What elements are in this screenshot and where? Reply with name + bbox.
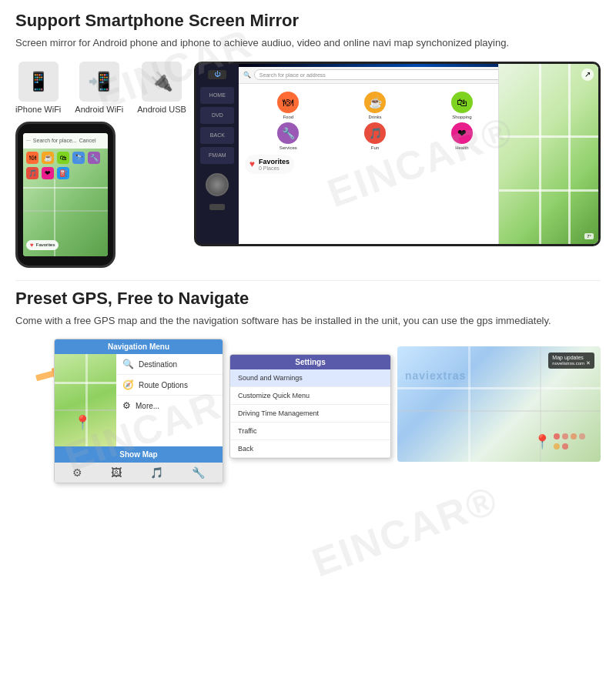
car-sidebar: ⏻ HOME DVD BACK FM/AM [196, 64, 239, 244]
iphone-wifi-item: 📱 iPhone WiFi [15, 62, 61, 114]
car-services-label: Services [280, 145, 297, 150]
more-icon: ⚙ [122, 400, 131, 411]
android-usb-item: 🔌 Android USB [137, 62, 186, 114]
car-map-road-h1 [499, 135, 598, 138]
car-map-road-v2 [568, 64, 571, 244]
nav-more-item[interactable]: ⚙ More... [116, 396, 223, 416]
car-shopping-label: Shopping [452, 115, 471, 119]
phone-fav-heart-icon: ♥ [30, 242, 34, 249]
android-wifi-label: Android WiFi [75, 105, 123, 114]
nav-map-thumb: 📍 [55, 354, 116, 446]
phone-fun-icon: 🎵 [26, 167, 38, 179]
car-fun-label: Fun [371, 145, 379, 150]
nav-map-pin-icon: 📍 [74, 414, 91, 431]
settings-item-driving[interactable]: Driving Time Management [230, 405, 390, 423]
car-fav-title: Favorites [259, 158, 290, 165]
phone-cancel: Cancel [79, 138, 96, 143]
car-favorites: ♥ Favorites 0 Places [245, 155, 294, 174]
phone-shop-icon: 🛍 [57, 152, 69, 164]
more-label: More... [136, 402, 159, 410]
nav-map-road3 [85, 354, 88, 446]
svg-rect-1 [35, 371, 53, 381]
nav-destination-item[interactable]: 🔍 Destination [116, 354, 223, 375]
destination-label: Destination [139, 360, 177, 369]
section1-desc: Screen mirror for Android phone and ipho… [15, 35, 601, 51]
big-map-road-h1 [397, 387, 601, 389]
phone-trans-icon: ⛽ [57, 167, 69, 179]
car-power-button[interactable]: ⏻ [208, 70, 226, 79]
map-dot-1 [554, 433, 560, 439]
mirror-icons-group: 📱 iPhone WiFi 📲 Android WiFi 🔌 Android U… [15, 62, 186, 114]
nav-bottom-power-icon[interactable]: ⚙ [72, 466, 82, 479]
naviextras-logo: naviextras [405, 369, 466, 382]
map-dots-grid [554, 433, 585, 450]
car-back-btn[interactable]: BACK [200, 127, 234, 144]
car-main-area: 🍽 Food ☕ Drinks 🛍 Shopping [239, 84, 598, 244]
map-update-badge: Map updatesnovelistros.com ✕ [548, 353, 594, 369]
settings-item-quickmenu[interactable]: Customize Quick Menu [230, 387, 390, 405]
nav-bottom-music-icon[interactable]: 🎵 [150, 466, 163, 479]
map-dot-3 [571, 433, 577, 439]
car-volume-knob[interactable] [206, 173, 229, 196]
power-icon: ⏻ [214, 71, 220, 78]
car-fmam-btn[interactable]: FM/AM [200, 147, 234, 164]
car-drinks-icon: ☕ [364, 92, 386, 113]
car-dvd-btn[interactable]: DVD [200, 107, 234, 124]
car-fav-subtitle: 0 Places [259, 165, 290, 171]
phone-screen: ··· Search for place... Cancel 🍽 ☕ 🛍 🔭 🔧… [23, 133, 108, 256]
android-usb-icon-box: 🔌 [142, 62, 182, 102]
iphone-wifi-label: iPhone WiFi [15, 105, 61, 114]
phone-health-icon: ❤ [42, 167, 54, 179]
phone-drinks-icon: ☕ [42, 152, 54, 164]
car-health-icon: ❤ [451, 122, 473, 144]
car-compass-icon: ↗ [581, 68, 594, 81]
settings-item-sound[interactable]: Sound and Warnings [230, 369, 390, 387]
phone-icons-row: 🍽 ☕ 🛍 🔭 🔧 🎵 ❤ ⛽ [25, 150, 106, 181]
section2-title: Preset GPS, Free to Navigate [15, 289, 601, 309]
car-services-icon: 🔧 [277, 122, 299, 144]
car-map-road-h2 [499, 189, 598, 192]
phone-food-icon: 🍽 [26, 152, 38, 164]
phone-dots-icon: ··· [26, 138, 31, 143]
map-dot-5 [554, 443, 560, 449]
car-app-drinks: ☕ Drinks [333, 92, 417, 119]
car-health-label: Health [455, 145, 468, 150]
car-app-shopping: 🛍 Shopping [420, 92, 504, 119]
map-dot-cluster: 📍 [534, 433, 585, 450]
iphone-wifi-icon: 📱 [27, 71, 50, 92]
car-food-label: Food [283, 115, 293, 119]
car-app-health: ❤ Health [420, 122, 504, 150]
map-update-url: novelistros.com [552, 361, 584, 366]
nav-screenshots: Navigation Menu 📍 🔍 Destination [15, 339, 601, 483]
nav-route-item[interactable]: 🧭 Route Options [116, 375, 223, 396]
car-shopping-icon: 🛍 [451, 92, 473, 113]
nav-menu-content: 📍 🔍 Destination 🧭 Route Options ⚙ [55, 354, 223, 446]
settings-title: Settings [230, 355, 390, 369]
show-map-button[interactable]: Show Map [55, 446, 223, 463]
mirror-row: 📱 iPhone WiFi 📲 Android WiFi 🔌 Android U… [15, 62, 601, 268]
phone-serv-icon: 🔧 [88, 152, 100, 164]
nav-bottom-tools-icon[interactable]: 🔧 [192, 466, 205, 479]
android-usb-label: Android USB [137, 105, 186, 114]
car-home-btn[interactable]: HOME [200, 87, 234, 104]
phone-mockup: ··· Search for place... Cancel 🍽 ☕ 🛍 🔭 🔧… [15, 122, 116, 268]
android-wifi-icon-box: 📲 [79, 62, 119, 102]
settings-item-back[interactable]: Back [230, 440, 390, 458]
phone-favorites: ♥ Favorites [26, 240, 59, 250]
map-dot-6 [562, 443, 568, 449]
settings-box: Settings Sound and Warnings Customize Qu… [229, 354, 391, 459]
car-unit: ⏻ HOME DVD BACK FM/AM 🔍 Search for place… [194, 62, 601, 246]
nav-bottom-image-icon[interactable]: 🖼 [111, 466, 122, 479]
section1-title: Support Smartphone Screen Mirror [15, 11, 601, 31]
car-fun-icon: 🎵 [364, 122, 386, 144]
car-map-road-v1 [539, 64, 541, 244]
map-dot-4 [579, 433, 585, 439]
phone-fav-label: Favorites [36, 242, 55, 247]
phone-travel-icon: 🔭 [72, 152, 85, 164]
settings-item-traffic[interactable]: Traffic [230, 423, 390, 440]
car-temp-badge: 7° [584, 233, 594, 239]
nav-menu-box: Navigation Menu 📍 🔍 Destination [54, 339, 223, 483]
car-search-icon: 🔍 [243, 72, 251, 79]
car-map-area: ↗ 7° [498, 64, 598, 244]
phone-map: ··· Search for place... Cancel 🍽 ☕ 🛍 🔭 🔧… [23, 133, 108, 256]
